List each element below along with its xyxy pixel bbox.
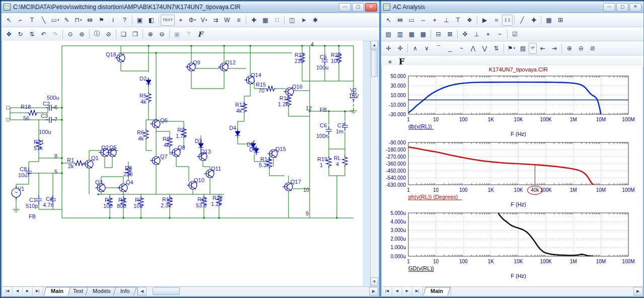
zoom-box-button[interactable]: ▭	[406, 15, 417, 26]
current-display-button[interactable]: ⇉	[209, 15, 221, 26]
peak-button[interactable]: ∧	[409, 43, 421, 54]
tab-scroll-button[interactable]: ▶|	[412, 287, 422, 295]
hscroll-track[interactable]	[147, 287, 369, 295]
text-visibility-button[interactable]: TEXT	[161, 15, 175, 26]
condition-display-button[interactable]: ≡	[233, 15, 244, 26]
grid-display-button[interactable]: ∷	[271, 15, 282, 26]
edit-panel-button[interactable]: ☑	[509, 29, 521, 40]
data-points-button[interactable]: ▦	[543, 15, 554, 26]
inflection-button[interactable]: ~	[456, 43, 467, 54]
low-button[interactable]: _	[444, 43, 456, 54]
go-to-branch-button[interactable]: ⚑▾	[506, 43, 517, 54]
hscroll-thumb[interactable]	[153, 287, 180, 295]
grid-horizontal-button[interactable]: ▤	[383, 29, 394, 40]
flag-mode-button[interactable]: ⚑	[96, 15, 107, 26]
close-button[interactable]: ✕	[365, 3, 377, 12]
copy-window-button[interactable]: ❐	[129, 29, 141, 40]
cursor-mode-button[interactable]: ✢	[383, 43, 394, 54]
digital-display-button[interactable]: 68	[394, 15, 406, 26]
tab-scroll-button[interactable]: ▶	[23, 287, 33, 295]
pause-button[interactable]: ❚❚	[502, 15, 513, 26]
tab-scroll-button[interactable]: |◀	[382, 287, 392, 295]
cancel-button-button[interactable]: ⊘	[103, 29, 114, 40]
analysis-hscrollbar[interactable]: ▶	[451, 287, 642, 295]
mouse-tracker-button[interactable]: ⌖	[482, 29, 494, 40]
node-numbers-button[interactable]: Φ▾	[186, 15, 198, 26]
zoom-out-button[interactable]: ⊖	[156, 29, 168, 40]
help-mode-button[interactable]: ?	[119, 15, 130, 26]
align-cursors-left-button[interactable]: ⇤	[537, 43, 548, 54]
stack-plots-button[interactable]: ⊠	[444, 29, 456, 40]
picture-mode-button[interactable]: ✎	[61, 15, 73, 26]
info-mode-button[interactable]: i	[107, 15, 119, 26]
plot-1[interactable]: 50.00030.00010.000-10.000-30.0001101001K…	[382, 73, 642, 140]
zoom-out-button[interactable]: ⊖	[575, 43, 587, 54]
run-button[interactable]: ▶	[479, 15, 490, 26]
help-button[interactable]: ?	[183, 29, 194, 40]
pin-markers-button[interactable]: ⌖	[175, 15, 186, 26]
flip-y-button[interactable]: ⇅	[26, 29, 38, 40]
high-button[interactable]: ‾	[433, 43, 444, 54]
grid-vertical-button[interactable]: ▥	[394, 29, 406, 40]
digital-path-button[interactable]: 68	[84, 15, 96, 26]
line-mode-button[interactable]: ╲	[38, 15, 49, 26]
zoom-in-button[interactable]: ⊕	[563, 43, 575, 54]
wire-mode-button[interactable]: ⌐	[15, 15, 26, 26]
plot-2[interactable]: -90.000-180.000-270.000-360.000-450.000-…	[382, 140, 642, 210]
function-list-button[interactable]: F	[194, 29, 206, 40]
find-repeat-button[interactable]: ⊚	[76, 29, 88, 40]
power-display-button[interactable]: W	[221, 15, 233, 26]
maximize-button[interactable]: ▢	[352, 3, 364, 12]
redo-button[interactable]: ↷	[49, 29, 61, 40]
plot-area[interactable]: K174UN7_tipovaya.CIR 50.00030.00010.000-…	[382, 65, 642, 286]
grid-minor-button[interactable]: ▩	[417, 29, 429, 40]
crosshair-tool-button[interactable]: ✚	[528, 15, 539, 26]
info-button-button[interactable]: Ⓘ	[91, 29, 103, 40]
measure-mode-button[interactable]: ✣	[394, 43, 406, 54]
numeric-output-button[interactable]: ⊞	[554, 15, 566, 26]
scale-limits-button[interactable]: ⇔	[417, 15, 429, 26]
tab-scroll-button[interactable]: ◀	[392, 287, 402, 295]
bottom-top-button[interactable]: ⇅	[490, 43, 502, 54]
scroll-down-button[interactable]: ▼	[371, 277, 378, 286]
vscroll-thumb[interactable]	[371, 50, 378, 77]
scroll-up-button[interactable]: ▲	[371, 41, 378, 49]
scroll-right-button[interactable]: ▶	[369, 287, 378, 295]
tab-scroll-button[interactable]: ▶	[402, 287, 412, 295]
thumbnail-button[interactable]: ▣	[171, 29, 183, 40]
axis-settings-button[interactable]: ⊥	[441, 15, 452, 26]
text-mode-button[interactable]: T	[26, 15, 38, 26]
undo-button[interactable]: ↶	[38, 29, 49, 40]
valley-button[interactable]: ∨	[421, 43, 433, 54]
grid-both-button[interactable]: ▦	[406, 29, 417, 40]
pan-tool-button[interactable]: ✥	[3, 29, 15, 40]
wave-snap-button[interactable]: ~	[494, 29, 506, 40]
cursor-tracker-button[interactable]: ✜	[459, 29, 471, 40]
find-button[interactable]: ⊙	[64, 29, 76, 40]
schematic-titlebar[interactable]: C:\MC9\DATA\Petrov\switching distortion\…	[2, 2, 379, 13]
intercept-tracker-button[interactable]: ⊥	[471, 29, 482, 40]
maximize-button[interactable]: ▢	[616, 3, 628, 12]
schematic-tab-main[interactable]: Main	[44, 287, 71, 295]
minimize-button[interactable]: —	[339, 3, 351, 12]
crosshair-cursor-button[interactable]: ✚	[248, 15, 259, 26]
tracker-preference-button[interactable]: ⌖	[429, 15, 441, 26]
plot-3[interactable]: 5.000u4.000u3.000u2.000u1.000u0.000u1101…	[382, 210, 642, 282]
model-jump-button[interactable]: ➤	[298, 15, 309, 26]
schematic-tab-info[interactable]: Info	[113, 287, 136, 295]
rotate-button[interactable]: ↻	[15, 29, 26, 40]
global-low-button[interactable]: ⋁	[479, 43, 490, 54]
settings-button[interactable]: ✱	[309, 15, 321, 26]
color-swatch-button[interactable]: ◧	[146, 15, 157, 26]
tab-scroll-button[interactable]: ◀	[13, 287, 23, 295]
tab-scroll-button[interactable]: |◀	[3, 287, 13, 295]
region-enable-button[interactable]: ▣	[134, 15, 146, 26]
select-mode-button[interactable]: ↖	[383, 15, 394, 26]
ac-analysis-titlebar[interactable]: AC Analysis — ▢ ✕	[381, 2, 643, 13]
line-tool-button[interactable]: ╱	[516, 15, 528, 26]
p-key-button[interactable]: 'P'	[529, 43, 537, 54]
component-mode-button[interactable]: ⊓▾	[73, 15, 84, 26]
split-text-button[interactable]: ◫	[286, 15, 298, 26]
align-cursors-right-button[interactable]: ⇥	[548, 43, 560, 54]
hscroll-track[interactable]	[451, 287, 633, 295]
